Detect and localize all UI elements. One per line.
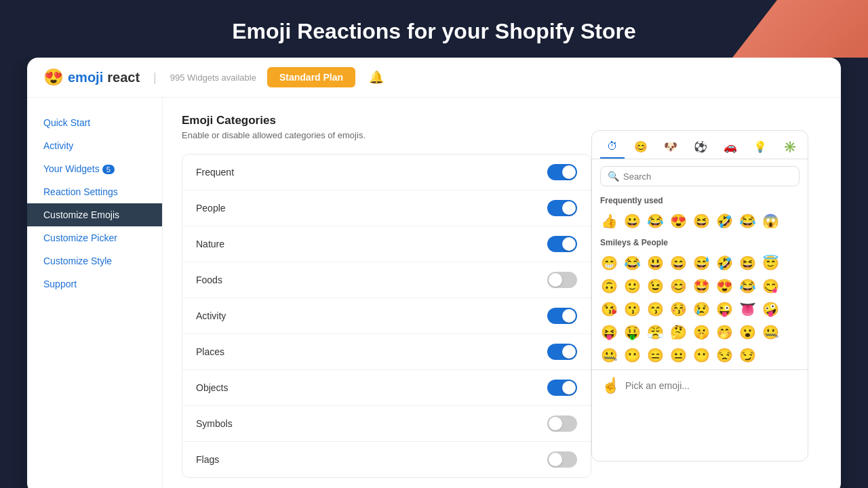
- emoji-cell[interactable]: 😗: [620, 298, 644, 321]
- emoji-tabs: ⏱😊🐶⚽🚗💡✳️: [592, 131, 808, 159]
- category-row-flags: Flags: [182, 442, 591, 477]
- main-card: 😍 emojireact | 995 Widgets available Sta…: [27, 58, 841, 488]
- emoji-cell[interactable]: 👍: [597, 209, 620, 232]
- category-name: Places: [196, 346, 224, 357]
- category-toggle-places[interactable]: [547, 344, 577, 360]
- emoji-cell[interactable]: 🤪: [759, 298, 782, 321]
- emoji-cell[interactable]: 😍: [667, 209, 690, 232]
- category-name: Frequent: [196, 167, 234, 178]
- emoji-cell[interactable]: 😘: [597, 298, 620, 321]
- bell-icon[interactable]: 🔔: [369, 70, 384, 85]
- emoji-cell[interactable]: 🤔: [667, 321, 690, 344]
- emoji-tab-6[interactable]: ✳️: [776, 136, 804, 159]
- emoji-tab-3[interactable]: ⚽: [687, 136, 714, 159]
- emoji-cell[interactable]: 😂: [736, 274, 759, 298]
- emoji-cell[interactable]: 😉: [644, 274, 667, 298]
- emoji-cell[interactable]: 😏: [736, 344, 759, 367]
- emoji-cell[interactable]: 😮: [736, 321, 759, 344]
- emoji-section-label: Frequently used: [592, 193, 808, 207]
- emoji-cell[interactable]: 😄: [667, 251, 690, 274]
- category-row-objects: Objects: [182, 370, 591, 406]
- emoji-cell[interactable]: 😢: [690, 298, 713, 321]
- hero-section: Emoji Reactions for your Shopify Store: [0, 0, 868, 58]
- category-toggle-frequent[interactable]: [547, 164, 577, 180]
- emoji-cell[interactable]: 😋: [759, 274, 782, 298]
- emoji-cell[interactable]: 👅: [736, 298, 759, 321]
- emoji-cell[interactable]: 😑: [644, 344, 667, 367]
- emoji-cell[interactable]: 😜: [713, 298, 736, 321]
- category-name: Symbols: [196, 418, 233, 429]
- main-content: Emoji Categories Enable or disable allow…: [163, 98, 841, 488]
- section-title: Emoji Categories: [182, 114, 591, 127]
- plan-button[interactable]: Standard Plan: [267, 67, 355, 87]
- emoji-cell[interactable]: 🙃: [597, 274, 620, 298]
- emoji-tab-1[interactable]: 😊: [627, 136, 654, 159]
- emoji-cell[interactable]: 😁: [597, 251, 620, 274]
- sidebar-item-customize-style[interactable]: Customize Style: [27, 249, 162, 272]
- emoji-grid: 😁😂😃😄😅🤣😆😇🙃🙂😉😊🤩😍😂😋😘😗😙😚😢😜👅🤪😝🤑😤🤔🤫🤭😮🤐🤐😶😑😐😶😒😏: [592, 249, 808, 369]
- emoji-pointer-icon: ☝️: [601, 377, 620, 394]
- emoji-cell[interactable]: 😶: [690, 344, 713, 367]
- emoji-cell[interactable]: 😚: [667, 298, 690, 321]
- emoji-cell[interactable]: 🤑: [620, 321, 644, 344]
- sidebar-item-customize-emojis[interactable]: Customize Emojis: [27, 203, 162, 226]
- emoji-cell[interactable]: 😇: [759, 251, 782, 274]
- emoji-cell[interactable]: 😃: [644, 251, 667, 274]
- sidebar-item-support[interactable]: Support: [27, 272, 162, 296]
- emoji-cell[interactable]: 🤩: [690, 274, 713, 298]
- category-list: FrequentPeopleNatureFoodsActivityPlacesO…: [182, 154, 591, 478]
- category-row-places: Places: [182, 334, 591, 370]
- emoji-cell[interactable]: 😊: [667, 274, 690, 298]
- sidebar-item-customize-picker[interactable]: Customize Picker: [27, 226, 162, 249]
- sidebar-item-your-widgets[interactable]: Your Widgets5: [27, 157, 162, 180]
- emoji-cell[interactable]: 😱: [759, 209, 782, 232]
- category-name: Foods: [196, 274, 222, 285]
- category-toggle-foods[interactable]: [547, 272, 577, 288]
- emoji-tab-5[interactable]: 💡: [747, 136, 774, 159]
- panels-row: Emoji Categories Enable or disable allow…: [182, 114, 822, 478]
- sidebar-item-activity[interactable]: Activity: [27, 134, 162, 157]
- emoji-tab-4[interactable]: 🚗: [717, 136, 744, 159]
- emoji-cell[interactable]: 😆: [736, 251, 759, 274]
- category-toggle-people[interactable]: [547, 200, 577, 216]
- sidebar-item-quick-start[interactable]: Quick Start: [27, 111, 162, 134]
- search-input[interactable]: [623, 171, 792, 182]
- emoji-cell[interactable]: 😙: [644, 298, 667, 321]
- emoji-cell[interactable]: 🙂: [620, 274, 644, 298]
- category-name: Nature: [196, 239, 224, 249]
- category-name: Flags: [196, 454, 219, 465]
- emoji-cell[interactable]: 😒: [713, 344, 736, 367]
- emoji-tab-0[interactable]: ⏱: [600, 136, 625, 159]
- emoji-cell[interactable]: 😝: [597, 321, 620, 344]
- emoji-tab-2[interactable]: 🐶: [657, 136, 684, 159]
- emoji-cell[interactable]: 🤐: [759, 321, 782, 344]
- emoji-cell[interactable]: 😀: [620, 209, 644, 232]
- category-row-nature: Nature: [182, 226, 591, 262]
- category-toggle-activity[interactable]: [547, 308, 577, 324]
- emoji-cell[interactable]: 😐: [667, 344, 690, 367]
- emoji-pick-input[interactable]: [625, 380, 798, 391]
- emoji-cell[interactable]: 🤣: [713, 251, 736, 274]
- emoji-cell[interactable]: 🤐: [597, 344, 620, 367]
- emoji-cell[interactable]: 🤭: [713, 321, 736, 344]
- category-name: People: [196, 203, 226, 214]
- emoji-cell[interactable]: 😂: [736, 209, 759, 232]
- emoji-cell[interactable]: 😅: [690, 251, 713, 274]
- category-toggle-objects[interactable]: [547, 380, 577, 396]
- emoji-cell[interactable]: 🤣: [713, 209, 736, 232]
- emoji-cell[interactable]: 😶: [620, 344, 644, 367]
- emoji-cell[interactable]: 😤: [644, 321, 667, 344]
- hero-title: Emoji Reactions for your Shopify Store: [14, 19, 854, 44]
- logo-product: react: [107, 70, 140, 85]
- emoji-cell[interactable]: 😆: [690, 209, 713, 232]
- emoji-cell[interactable]: 😂: [620, 251, 644, 274]
- emoji-cell[interactable]: 😂: [644, 209, 667, 232]
- category-toggle-nature[interactable]: [547, 236, 577, 252]
- category-toggle-symbols[interactable]: [547, 415, 577, 432]
- category-toggle-flags[interactable]: [547, 451, 577, 468]
- emoji-search-bar[interactable]: 🔍: [600, 166, 800, 186]
- category-row-frequent: Frequent: [182, 155, 591, 190]
- emoji-cell[interactable]: 🤫: [690, 321, 713, 344]
- emoji-cell[interactable]: 😍: [713, 274, 736, 298]
- sidebar-item-reaction-settings[interactable]: Reaction Settings: [27, 180, 162, 203]
